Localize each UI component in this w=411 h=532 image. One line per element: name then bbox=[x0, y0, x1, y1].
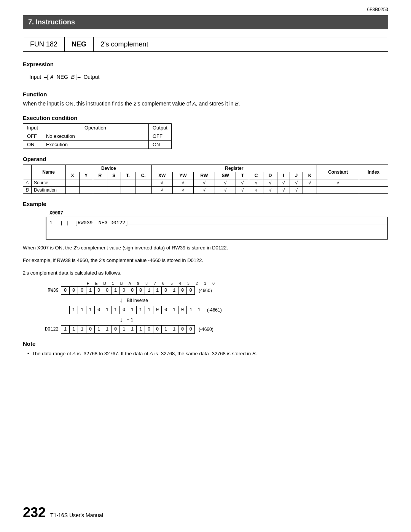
operand-title: Operand bbox=[23, 156, 388, 162]
exec-col-operation: Operation bbox=[42, 124, 148, 132]
note-section: Note The data range of A is -32768 to 32… bbox=[23, 340, 388, 358]
plus-one-arrow: ↓ + 1 bbox=[38, 316, 388, 324]
exec-off-input: OFF bbox=[23, 132, 42, 141]
op-b-name: Destination bbox=[32, 187, 66, 194]
exec-off-operation: No execution bbox=[42, 132, 148, 141]
exec-on-input: ON bbox=[23, 141, 42, 149]
op-col-constant: Constant bbox=[317, 165, 359, 179]
operand-row-b: B Destination √√√√√√√√√ bbox=[23, 187, 388, 194]
page-number: 232 bbox=[23, 505, 46, 521]
fun-description: 2's complement bbox=[94, 37, 155, 51]
manual-name: T1-16S User's Manual bbox=[50, 512, 103, 518]
op-col-index: Index bbox=[359, 165, 388, 179]
op-sub-c: C. bbox=[135, 172, 151, 179]
inv-value: (-4661) bbox=[207, 307, 222, 313]
fun-bar: FUN 182 NEG 2's complement bbox=[23, 37, 388, 52]
rw39-bits: 0001 0010 0011 0100 bbox=[61, 286, 195, 295]
op-sub-c2: C bbox=[249, 172, 263, 179]
exec-col-input: Input bbox=[23, 124, 42, 132]
example-section: X0007 1 ——| |—— [RW039 NEG D0122] When X… bbox=[23, 209, 388, 334]
note-item-1: The data range of A is -32768 to 32767. … bbox=[27, 350, 388, 358]
example-desc1: When X007 is ON, the 2's complement valu… bbox=[23, 244, 388, 252]
section-title: 7. Instructions bbox=[28, 18, 75, 26]
op-sub-yw: YW bbox=[172, 172, 193, 179]
op-sub-y: Y bbox=[79, 172, 93, 179]
section-header: 7. Instructions bbox=[23, 15, 388, 29]
operand-table: Name Device Register Constant Index X Y … bbox=[23, 165, 388, 194]
op-sub-r: R bbox=[93, 172, 107, 179]
op-sub-x: X bbox=[66, 172, 80, 179]
op-sub-xw: XW bbox=[151, 172, 172, 179]
op-a-name: Source bbox=[32, 179, 66, 187]
ladder-instruction: [RW039 NEG D0122] bbox=[75, 220, 128, 226]
exec-on-output: ON bbox=[148, 141, 171, 149]
inv-row: 1110 1101 1100 1011 (-4661) bbox=[38, 306, 388, 314]
rw39-value: (4660) bbox=[199, 288, 212, 293]
rw39-row: RW39 0001 0010 0011 0100 (4660) bbox=[38, 286, 388, 295]
expression-title: Expression bbox=[23, 61, 388, 67]
doc-id: 6F3B0253 bbox=[367, 7, 388, 12]
op-sub-k: K bbox=[303, 172, 317, 179]
note-list: The data range of A is -32768 to 32767. … bbox=[23, 350, 388, 358]
expr-a: A bbox=[50, 74, 53, 80]
footer: 232 T1-16S User's Manual bbox=[23, 505, 103, 521]
ladder-contact-sym: ——| |—— bbox=[54, 220, 75, 226]
d0122-value: (-4660) bbox=[199, 327, 213, 332]
op-a-letter: A bbox=[23, 179, 32, 187]
operand-row-a: A Source √√√√√√√√√√ √ bbox=[23, 179, 388, 187]
note-title: Note bbox=[23, 340, 388, 347]
plus-one-label: + 1 bbox=[127, 317, 133, 323]
expr-b: B bbox=[71, 74, 75, 80]
exec-off-output: OFF bbox=[148, 132, 171, 141]
op-sub-rw: RW bbox=[194, 172, 215, 179]
execution-condition-table: Input Operation Output OFF No execution … bbox=[23, 123, 172, 149]
op-sub-t: T. bbox=[121, 172, 135, 179]
op-col-name: Name bbox=[32, 165, 66, 179]
op-sub-s: S bbox=[107, 172, 121, 179]
exec-on-operation: Execution bbox=[42, 141, 148, 149]
d0122-row: D0122 1110 1101 1100 1100 (-4660) bbox=[38, 325, 388, 334]
op-b-letter: B bbox=[23, 187, 32, 194]
op-col-device: Device bbox=[66, 165, 152, 172]
bit-diagram: FEDCBA 987654 3210 RW39 0001 0010 0011 0… bbox=[38, 281, 388, 334]
op-sub-i: I bbox=[277, 172, 290, 179]
fun-number: FUN 182 bbox=[23, 37, 65, 51]
op-sub-t2: T bbox=[236, 172, 249, 179]
exec-row-on: ON Execution ON bbox=[23, 141, 172, 149]
op-col-letter bbox=[23, 165, 32, 179]
op-col-register: Register bbox=[151, 165, 317, 172]
bit-inverse-arrow: ↓ Bit inverse bbox=[38, 296, 388, 304]
function-text: When the input is ON, this instruction f… bbox=[23, 100, 388, 108]
example-desc2: For example, if RW38 is 4660, the 2's co… bbox=[23, 257, 388, 265]
bit-inverse-label: Bit inverse bbox=[127, 298, 148, 303]
op-sub-sw: SW bbox=[215, 172, 236, 179]
fun-name: NEG bbox=[65, 37, 94, 51]
function-title: Function bbox=[23, 91, 388, 97]
op-sub-d: D bbox=[263, 172, 277, 179]
op-sub-j: J bbox=[290, 172, 303, 179]
calc-intro: 2's complement data is calculated as fol… bbox=[23, 269, 388, 277]
inv-bits: 1110 1101 1100 1011 bbox=[69, 306, 203, 314]
exec-col-output: Output bbox=[148, 124, 171, 132]
d0122-bits: 1110 1101 1100 1100 bbox=[61, 325, 195, 334]
exec-row-off: OFF No execution OFF bbox=[23, 132, 172, 141]
execution-condition-title: Execution condition bbox=[23, 115, 388, 121]
ladder-step: 1 bbox=[49, 220, 53, 226]
example-title: Example bbox=[23, 201, 388, 207]
expression-box: Input –[ A NEG B ]– Output bbox=[23, 70, 388, 84]
x-label: X0007 bbox=[49, 211, 63, 216]
bit-letter-row: FEDCBA 987654 3210 bbox=[84, 281, 218, 286]
